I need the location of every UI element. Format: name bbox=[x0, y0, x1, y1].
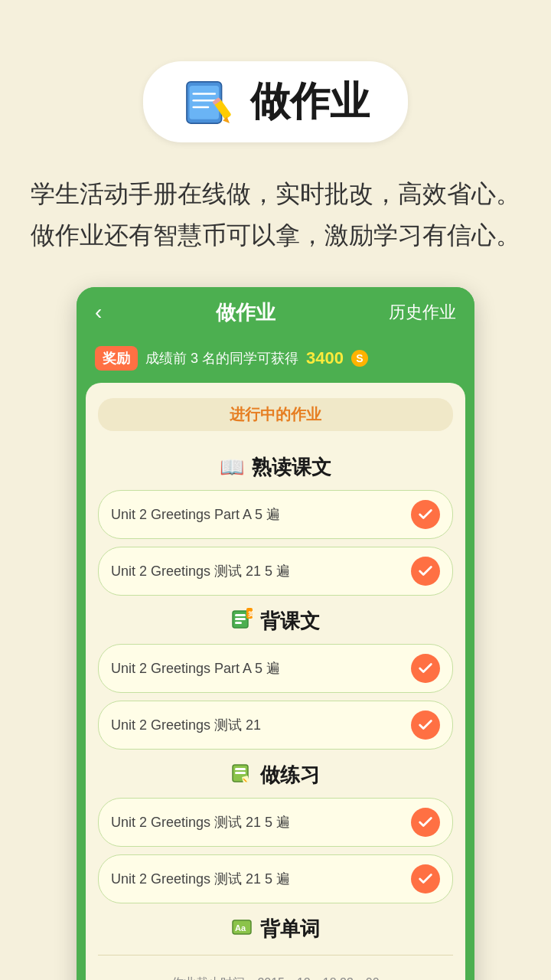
vocab-icon: Aa bbox=[231, 916, 253, 942]
task-text: Unit 2 Greetings 测试 21 5 遍 bbox=[111, 813, 290, 831]
task-text: Unit 2 Greetings 测试 21 5 遍 bbox=[111, 562, 290, 580]
read-icon: 📖 bbox=[220, 456, 244, 479]
read-aloud-heading: 📖 熟读课文 bbox=[98, 454, 453, 481]
back-button[interactable]: ‹ bbox=[95, 300, 102, 325]
svg-text:英: 英 bbox=[247, 611, 253, 618]
task-item[interactable]: Unit 2 Greetings Part A 5 遍 bbox=[98, 490, 453, 539]
check-circle bbox=[411, 557, 440, 586]
reward-text: 成绩前 3 名的同学可获得 bbox=[145, 349, 298, 368]
task-item[interactable]: Unit 2 Greetings 测试 21 5 遍 bbox=[98, 798, 453, 847]
page-title: 做作业 bbox=[250, 75, 370, 129]
content-area: 进行中的作业 📖 熟读课文 Unit 2 Greetings Part A 5 … bbox=[86, 383, 465, 980]
header-section: 做作业 学生活动手册在线做，实时批改，高效省心。 做作业还有智慧币可以拿，激励学… bbox=[0, 61, 551, 256]
memorize-heading: 英 背课文 bbox=[98, 608, 453, 635]
task-text: Unit 2 Greetings Part A 5 遍 bbox=[111, 659, 280, 678]
svg-rect-15 bbox=[235, 768, 246, 770]
section-vocab: Aa 背单词 bbox=[98, 916, 453, 942]
check-circle bbox=[411, 654, 440, 683]
phone-top-bar: ‹ 做作业 历史作业 bbox=[77, 287, 474, 338]
check-circle bbox=[411, 710, 440, 740]
title-pill: 做作业 bbox=[143, 61, 408, 142]
vocab-heading: Aa 背单词 bbox=[98, 916, 453, 942]
memorize-icon: 英 bbox=[231, 608, 253, 635]
history-button[interactable]: 历史作业 bbox=[389, 301, 456, 324]
in-progress-tab[interactable]: 进行中的作业 bbox=[98, 398, 453, 431]
task-text: Unit 2 Greetings 测试 21 bbox=[111, 716, 261, 734]
svg-text:Aa: Aa bbox=[235, 923, 246, 933]
section-exercise: 做练习 Unit 2 Greetings 测试 21 5 遍 Unit 2 Gr… bbox=[98, 762, 453, 903]
read-aloud-title: 熟读课文 bbox=[252, 454, 331, 481]
memorize-title: 背课文 bbox=[260, 608, 320, 635]
description: 学生活动手册在线做，实时批改，高效省心。 做作业还有智慧币可以拿，激励学习有信心… bbox=[0, 173, 551, 256]
phone-screen-title: 做作业 bbox=[216, 299, 276, 326]
exercise-title: 做练习 bbox=[260, 762, 320, 789]
check-circle bbox=[411, 808, 440, 837]
svg-rect-16 bbox=[235, 772, 246, 774]
svg-rect-10 bbox=[235, 618, 246, 620]
task-text: Unit 2 Greetings 测试 21 5 遍 bbox=[111, 870, 290, 888]
vocab-title: 背单词 bbox=[260, 916, 320, 942]
coin-icon: S bbox=[351, 350, 368, 367]
reward-badge: 奖励 bbox=[95, 346, 138, 371]
exercise-heading: 做练习 bbox=[98, 762, 453, 789]
exercise-icon bbox=[231, 762, 253, 789]
svg-rect-11 bbox=[235, 622, 242, 624]
task-text: Unit 2 Greetings Part A 5 遍 bbox=[111, 505, 280, 524]
task-item[interactable]: Unit 2 Greetings 测试 21 5 遍 bbox=[98, 547, 453, 596]
section-read-aloud: 📖 熟读课文 Unit 2 Greetings Part A 5 遍 Unit … bbox=[98, 454, 453, 596]
task-item[interactable]: Unit 2 Greetings 测试 21 5 遍 bbox=[98, 854, 453, 903]
notebook-icon bbox=[181, 75, 235, 129]
check-circle bbox=[411, 864, 440, 893]
svg-rect-9 bbox=[235, 614, 246, 616]
reward-amount: 3400 bbox=[306, 348, 344, 368]
section-memorize: 英 背课文 Unit 2 Greetings Part A 5 遍 Unit 2… bbox=[98, 608, 453, 750]
check-circle bbox=[411, 500, 440, 529]
divider bbox=[98, 955, 453, 956]
task-item[interactable]: Unit 2 Greetings Part A 5 遍 bbox=[98, 644, 453, 693]
reward-banner: 奖励 成绩前 3 名的同学可获得 3400 S bbox=[77, 338, 474, 383]
phone-mockup: ‹ 做作业 历史作业 奖励 成绩前 3 名的同学可获得 3400 S 进行中的作… bbox=[77, 287, 474, 980]
task-item[interactable]: Unit 2 Greetings 测试 21 bbox=[98, 701, 453, 750]
deadline-footer: 作业截止时间：2015－12－18 23：00 bbox=[98, 968, 453, 980]
